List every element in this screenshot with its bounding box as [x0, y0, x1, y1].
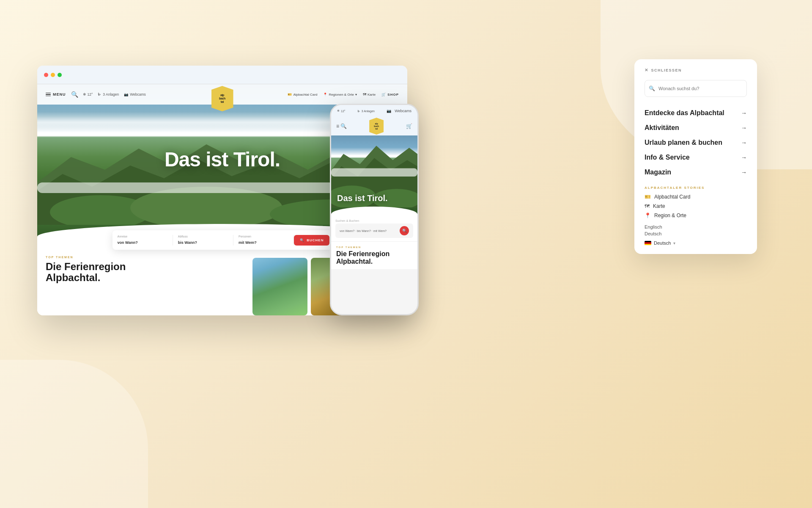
- mobile-hero-headline: Das ist Tirol.: [337, 193, 411, 203]
- card-icon: 🎫: [288, 93, 292, 97]
- anlagen-info: ⛷ 3 Anlagen: [98, 92, 119, 97]
- nav-alpbachtal-card[interactable]: 🎫 Alpbachtal Card: [288, 93, 317, 97]
- menu-karte-label: Karte: [653, 203, 665, 209]
- lang-dropdown-arrow: ▾: [673, 241, 675, 246]
- karte-label: Karte: [368, 93, 376, 97]
- hamburger-line: [46, 93, 51, 94]
- departure-label: Abfluss: [178, 235, 228, 238]
- site-logo[interactable]: alpbachtal: [211, 86, 233, 111]
- mobile-search-inner[interactable]: von Wann? · bis Wann? · mit Wem? 🔍: [335, 224, 413, 238]
- side-menu-panel: ✕ SCHLIESSEN 🔍 Entdecke das Alpbachtal →…: [634, 59, 757, 254]
- dropdown-arrow: ▾: [355, 93, 357, 97]
- menu-item-urlaub[interactable]: Urlaub planen & buchen →: [645, 136, 747, 150]
- book-button[interactable]: 🔍 BUCHEN: [294, 235, 329, 246]
- persons-value: mit Wem?: [239, 240, 257, 245]
- menu-lang-english[interactable]: Englisch: [645, 224, 747, 230]
- mobile-search-bar: Suchen & Buchen von Wann? · bis Wann? · …: [331, 216, 417, 242]
- menu-extra-items: 🎫 Alpbachtal Card 🗺 Karte 📍 Region & Ort…: [645, 194, 747, 218]
- menu-search-input[interactable]: [645, 80, 747, 97]
- mobile-hero: Das ist Tirol.: [331, 135, 417, 216]
- section-title-line1: Die Ferienregion: [46, 261, 126, 272]
- mobile-weather: ❄ 12°: [337, 109, 346, 113]
- pin-icon: 📍: [323, 93, 327, 97]
- book-icon: 🔍: [300, 238, 304, 242]
- mobile-hero-wave: [331, 207, 417, 216]
- menu-extra-region[interactable]: 📍 Region & Orte: [645, 213, 747, 218]
- menu-item-entdecke[interactable]: Entdecke das Alpbachtal →: [645, 106, 747, 120]
- mobile-cart-icon[interactable]: 🛒: [406, 123, 412, 129]
- maximize-dot[interactable]: [58, 73, 62, 77]
- webcams-info: 📷 Webcams: [124, 92, 146, 97]
- menu-card-label: Alpbachtal Card: [654, 194, 690, 200]
- mobile-webcams-label: Webcams: [395, 109, 411, 113]
- weather-icon: ❄: [83, 92, 86, 97]
- english-label: Englisch: [645, 224, 662, 229]
- menu-item-aktivitaten[interactable]: Aktivitäten →: [645, 121, 747, 135]
- top-themen-label: TOP THEMEN: [46, 256, 126, 259]
- persons-field[interactable]: Personen mit Wem?: [233, 235, 294, 246]
- mobile-book-button[interactable]: 🔍: [400, 226, 409, 235]
- hamburger-line: [46, 96, 51, 97]
- menu-language-section: Englisch Deutsch Deutsch ▾: [645, 224, 747, 246]
- menu-item-magazin[interactable]: Magazin →: [645, 166, 747, 179]
- search-booking-bar: Anreise von Wann? Abfluss bis Wann? Pers…: [112, 230, 332, 250]
- menu-lang-deutsch[interactable]: Deutsch: [645, 230, 747, 237]
- mobile-bottom-content: TOP THEMEN Die Ferienregion Alpbachtal.: [331, 242, 417, 269]
- departure-value: bis Wann?: [178, 240, 197, 245]
- shop-label: SHOP: [387, 93, 399, 97]
- card-label: Alpbachtal Card: [293, 93, 317, 97]
- menu-card-icon: 🎫: [645, 194, 651, 200]
- mobile-status-bar: ❄ 12° ⛷ 3 Anlagen 📷 Webcams: [331, 105, 417, 117]
- deutsch-label: Deutsch: [645, 231, 661, 236]
- mobile-hero-text-overlay: Das ist Tirol.: [337, 193, 411, 203]
- menu-item-entdecke-label: Entdecke das Alpbachtal: [645, 109, 724, 117]
- minimize-dot[interactable]: [51, 73, 55, 77]
- thumbnail-1: [252, 258, 307, 315]
- close-x-icon: ✕: [645, 68, 649, 72]
- arrival-label: Anreise: [118, 235, 167, 238]
- mobile-section-title-line2: Alpbachtal.: [336, 258, 373, 265]
- menu-arrow-entdecke: →: [741, 110, 747, 116]
- mobile-site-header: ≡ 🔍 alpbachtal 🛒: [331, 117, 417, 135]
- mobile-menu-icon[interactable]: ≡ 🔍: [336, 123, 347, 129]
- menu-item-info[interactable]: Info & Service →: [645, 151, 747, 165]
- mobile-webcam-icon: 📷: [387, 109, 391, 113]
- stories-divider-label: ALPBACHTALER STORIES: [645, 186, 747, 190]
- mobile-search-placeholder: von Wann? · bis Wann? · mit Wem?: [340, 229, 387, 232]
- hamburger-icon: [46, 93, 51, 97]
- mobile-section-title-line1: Die Ferienregion: [336, 250, 390, 257]
- mobile-right-icons: 📷 Webcams: [387, 109, 411, 113]
- shop-button[interactable]: 🛒 SHOP: [381, 93, 399, 97]
- menu-extra-card[interactable]: 🎫 Alpbachtal Card: [645, 194, 747, 200]
- menu-item-info-label: Info & Service: [645, 154, 690, 161]
- search-button[interactable]: 🔍: [71, 91, 78, 98]
- mobile-anlagen-icon: ⛷: [357, 110, 360, 113]
- nav-regionen[interactable]: 📍 Regionen & Orte ▾: [323, 93, 357, 97]
- mobile-anlagen: ⛷ 3 Anlagen: [357, 110, 375, 113]
- anlagen-icon: ⛷: [98, 92, 102, 97]
- menu-close-button[interactable]: ✕ SCHLIESSEN: [645, 68, 747, 72]
- nav-karte[interactable]: 🗺 Karte: [363, 93, 376, 97]
- mobile-logo[interactable]: alpbachtal: [369, 118, 384, 135]
- svg-rect-10: [331, 168, 417, 177]
- map-icon: 🗺: [363, 93, 366, 97]
- header-right-nav: 🎫 Alpbachtal Card 📍 Regionen & Orte ▾ 🗺 …: [288, 93, 399, 97]
- webcams-label: Webcams: [130, 92, 146, 97]
- menu-arrow-magazin: →: [741, 169, 747, 176]
- section-title: Die Ferienregion Alpbachtal.: [46, 261, 126, 284]
- mobile-weather-value: 12°: [341, 110, 346, 113]
- logo-text: alpbachtal: [219, 94, 225, 104]
- menu-button[interactable]: MENU: [46, 92, 66, 97]
- departure-field[interactable]: Abfluss bis Wann?: [173, 235, 233, 246]
- menu-search-icon: 🔍: [649, 86, 655, 91]
- bg-decoration-left: [0, 360, 148, 508]
- menu-pin-icon: 📍: [645, 213, 651, 218]
- arrival-field[interactable]: Anreise von Wann?: [112, 235, 173, 246]
- section-title-line2: Alpbachtal.: [46, 272, 100, 283]
- cart-icon: 🛒: [381, 93, 386, 97]
- menu-active-language[interactable]: Deutsch ▾: [645, 240, 747, 246]
- close-dot[interactable]: [44, 73, 48, 77]
- menu-extra-karte[interactable]: 🗺 Karte: [645, 203, 747, 209]
- active-lang-label: Deutsch: [654, 240, 671, 246]
- menu-region-label: Region & Orte: [654, 213, 686, 218]
